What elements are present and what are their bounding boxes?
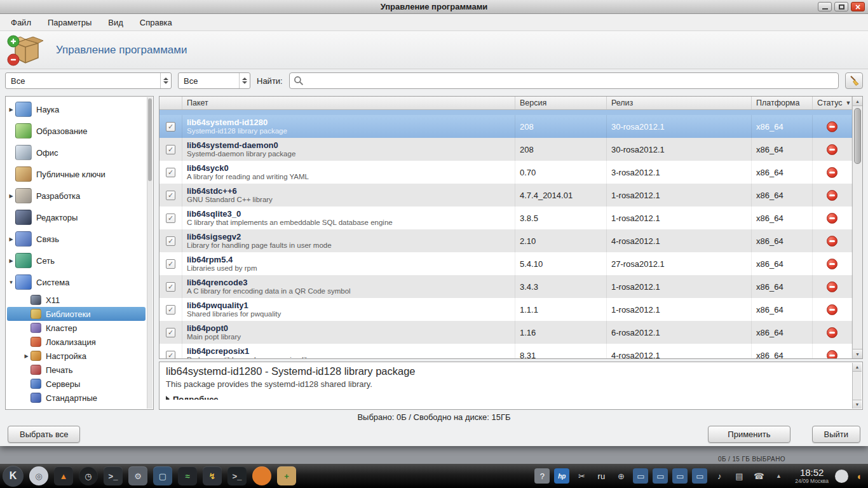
checkbox-checked-icon[interactable] bbox=[166, 305, 175, 315]
minimize-button[interactable] bbox=[818, 2, 832, 11]
maximize-button[interactable] bbox=[834, 2, 848, 11]
remove-status-icon[interactable] bbox=[827, 281, 837, 292]
table-row[interactable]: lib64pcreposix1 Perl-compatible regular … bbox=[159, 344, 852, 358]
display-icon-1[interactable]: ▭ bbox=[633, 468, 648, 484]
sidebar-item-development[interactable]: ▶ Разработка bbox=[7, 185, 146, 207]
search-input[interactable] bbox=[304, 74, 838, 87]
sidebar-item-libraries[interactable]: Библиотеки bbox=[7, 307, 146, 321]
network-icon[interactable]: ⊕ bbox=[613, 468, 628, 484]
sidebar-item-science[interactable]: ▶ Наука bbox=[7, 98, 146, 120]
checkbox-checked-icon[interactable] bbox=[166, 145, 175, 154]
expand-tray-icon[interactable]: ▲ bbox=[771, 468, 786, 484]
software-installer-icon[interactable]: + bbox=[277, 466, 296, 485]
checkbox-checked-icon[interactable] bbox=[166, 122, 175, 132]
partially-visible-row[interactable] bbox=[159, 110, 852, 115]
checkbox-checked-icon[interactable] bbox=[166, 351, 175, 359]
remove-status-icon[interactable] bbox=[827, 144, 837, 155]
sidebar-item-office[interactable]: Офис bbox=[7, 142, 146, 163]
category-filter-select[interactable]: Все bbox=[5, 72, 172, 89]
checkbox-checked-icon[interactable] bbox=[166, 236, 175, 246]
remove-status-icon[interactable] bbox=[827, 213, 837, 224]
sidebar-item-education[interactable]: Образование bbox=[7, 120, 146, 142]
sidebar-item-x11[interactable]: X11 bbox=[7, 293, 146, 307]
remove-status-icon[interactable] bbox=[827, 350, 837, 359]
select-all-button[interactable]: Выбрать все bbox=[8, 426, 80, 443]
system-monitor-icon[interactable]: ≈ bbox=[178, 466, 197, 485]
tree-expander-icon[interactable]: ▶ bbox=[7, 107, 15, 112]
sidebar-item-public-keys[interactable]: Публичные ключи bbox=[7, 163, 146, 185]
tree-expander-icon[interactable]: ▶ bbox=[7, 236, 15, 242]
sidebar-item-cluster[interactable]: Кластер bbox=[7, 321, 146, 335]
menu-options[interactable]: Параметры bbox=[39, 14, 100, 30]
terminal2-icon[interactable]: >_ bbox=[227, 466, 247, 485]
terminal-icon[interactable]: >_ bbox=[104, 466, 123, 485]
display-icon-4[interactable]: ▭ bbox=[692, 468, 707, 484]
vlc-icon[interactable]: ▲ bbox=[54, 466, 73, 485]
sidebar-item-configuration[interactable]: ▶ Настройка bbox=[7, 349, 146, 363]
table-row[interactable]: lib64stdc++6 GNU Standard C++ library 4.… bbox=[159, 184, 852, 207]
details-scrollbar[interactable]: ▲ ▼ bbox=[852, 363, 862, 409]
table-scrollbar[interactable]: ▲ ▼ bbox=[852, 97, 862, 358]
user-session-icon[interactable] bbox=[835, 470, 848, 483]
remove-status-icon[interactable] bbox=[827, 167, 837, 178]
power-tool-icon[interactable]: ↯ bbox=[203, 466, 222, 485]
konsole-icon[interactable]: ▢ bbox=[153, 466, 172, 485]
remove-status-icon[interactable] bbox=[827, 236, 837, 247]
close-button[interactable] bbox=[851, 2, 865, 11]
checkbox-checked-icon[interactable] bbox=[166, 214, 175, 223]
search-box[interactable] bbox=[289, 72, 839, 89]
sidebar-item-standard[interactable]: Стандартные bbox=[7, 391, 146, 405]
column-platform[interactable]: Платформа bbox=[752, 97, 813, 109]
checkbox-checked-icon[interactable] bbox=[166, 282, 175, 292]
keyboard-layout-ru[interactable]: ru bbox=[593, 468, 609, 484]
sidebar-item-printing[interactable]: Печать bbox=[7, 363, 146, 377]
remove-status-icon[interactable] bbox=[827, 121, 837, 132]
clock-app-icon[interactable]: ◷ bbox=[79, 466, 98, 485]
table-scrollbar-thumb[interactable] bbox=[854, 108, 861, 164]
settings-icon[interactable]: ⚙ bbox=[128, 466, 147, 485]
display-icon-3[interactable]: ▭ bbox=[672, 468, 688, 484]
sidebar-scrollbar[interactable] bbox=[147, 97, 153, 409]
remove-status-icon[interactable] bbox=[827, 259, 837, 269]
remove-status-icon[interactable] bbox=[827, 190, 837, 201]
cd-disc-icon[interactable]: ◎ bbox=[29, 466, 48, 485]
help-icon[interactable]: ? bbox=[534, 468, 550, 484]
scroll-up-button[interactable]: ▲ bbox=[853, 97, 862, 106]
quit-button[interactable]: Выйти bbox=[812, 426, 861, 443]
sidebar-item-system[interactable]: ▼ Система bbox=[7, 271, 146, 293]
clear-search-button[interactable] bbox=[845, 72, 863, 89]
volume-icon[interactable]: ♪ bbox=[712, 468, 727, 484]
phone-icon[interactable]: ☎ bbox=[751, 468, 766, 484]
table-row[interactable]: lib64pwquality1 Shared libraries for pwq… bbox=[159, 298, 852, 321]
apply-button[interactable]: Применить bbox=[708, 426, 790, 443]
checkbox-checked-icon[interactable] bbox=[166, 259, 175, 269]
column-release[interactable]: Релиз bbox=[607, 97, 752, 109]
table-row[interactable]: lib64qrencode3 A C library for encoding … bbox=[159, 275, 852, 298]
remove-status-icon[interactable] bbox=[827, 327, 837, 338]
checkbox-checked-icon[interactable] bbox=[166, 328, 175, 337]
table-row[interactable]: lib64rpm5.4 Libraries used by rpm 5.4.10… bbox=[159, 252, 852, 275]
table-row[interactable]: lib64sigsegv2 Library for handling page … bbox=[159, 229, 852, 252]
column-package[interactable]: Пакет bbox=[182, 97, 515, 109]
table-row[interactable]: lib64systemd-id1280 Systemd-id128 librar… bbox=[159, 115, 852, 138]
panel-cashew-icon[interactable]: ◖ bbox=[852, 470, 865, 483]
column-checkbox[interactable] bbox=[159, 97, 182, 109]
tree-expander-icon[interactable]: ▶ bbox=[7, 258, 15, 264]
scissors-icon[interactable]: ✂ bbox=[574, 468, 589, 484]
taskbar-clock[interactable]: 18:52 24/09 Москва bbox=[795, 468, 829, 484]
table-row[interactable]: lib64sqlite3_0 C library that implements… bbox=[159, 207, 852, 229]
table-row[interactable]: lib64systemd-daemon0 Systemd-daemon libr… bbox=[159, 138, 852, 161]
sidebar-item-editors[interactable]: Редакторы bbox=[7, 207, 146, 228]
spinner-icon[interactable] bbox=[239, 73, 250, 88]
hp-icon[interactable]: hp bbox=[554, 468, 569, 484]
clipboard-icon[interactable]: ▤ bbox=[731, 468, 747, 484]
sidebar-item-servers[interactable]: Серверы bbox=[7, 377, 146, 391]
tree-expander-icon[interactable]: ▼ bbox=[7, 280, 15, 285]
remove-status-icon[interactable] bbox=[827, 304, 837, 315]
titlebar[interactable]: Управление программами bbox=[0, 0, 868, 14]
column-status[interactable]: Статус ▼ bbox=[813, 97, 852, 109]
scroll-down-button[interactable]: ▼ bbox=[853, 349, 862, 358]
details-scroll-up-button[interactable]: ▲ bbox=[853, 363, 862, 372]
table-row[interactable]: lib64syck0 A library for reading and wri… bbox=[159, 161, 852, 184]
details-scroll-down-button[interactable]: ▼ bbox=[853, 400, 862, 409]
